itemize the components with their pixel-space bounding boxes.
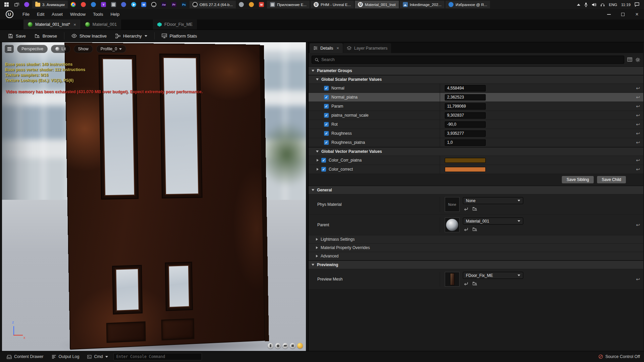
category-material-property-overrides[interactable]: Material Property Overrides xyxy=(309,244,643,252)
lit-mode-button[interactable]: Lit xyxy=(51,45,70,53)
microphone-icon[interactable] xyxy=(584,2,588,7)
param-checkbox[interactable] xyxy=(324,140,329,145)
minimize-button[interactable] xyxy=(602,9,616,19)
browse-to-asset-icon[interactable] xyxy=(472,206,478,212)
param-value-input[interactable] xyxy=(445,121,486,128)
param-checkbox[interactable] xyxy=(324,95,329,100)
headphones-icon[interactable] xyxy=(600,3,605,7)
category-previewing[interactable]: Previewing xyxy=(309,260,643,269)
hierarchy-button[interactable]: Hierarchy xyxy=(111,31,151,41)
category-global-vector[interactable]: Global Vector Parameter Values xyxy=(309,147,643,156)
taskbar-window-phm-unreal[interactable]: PHM - Unreal E... xyxy=(311,1,354,8)
pinned-app-y[interactable]: Y xyxy=(99,1,108,8)
menu-asset[interactable]: Asset xyxy=(48,9,66,19)
tab-details[interactable]: Details × xyxy=(310,43,343,53)
param-checkbox[interactable] xyxy=(324,104,329,109)
cmd-dropdown[interactable]: Cmd xyxy=(85,352,110,361)
pinned-app-telegram[interactable] xyxy=(129,1,138,8)
pinned-app-purple[interactable] xyxy=(22,1,31,8)
perspective-button[interactable]: Perspective xyxy=(17,45,48,53)
reset-to-default-icon[interactable]: ↩ xyxy=(636,223,640,227)
taskbar-window-izbrannoe[interactable]: Избранное @ R... xyxy=(445,1,490,8)
param-value-input[interactable] xyxy=(445,130,486,137)
param-value-input[interactable] xyxy=(445,85,486,92)
pinned-app-obs[interactable] xyxy=(149,1,158,8)
pinned-app-blue[interactable] xyxy=(89,1,98,8)
start-button[interactable] xyxy=(2,1,11,8)
expander-icon[interactable] xyxy=(317,159,319,162)
use-selected-asset-icon[interactable] xyxy=(463,281,469,286)
pinned-app-navy[interactable] xyxy=(119,1,128,8)
reset-to-default-icon[interactable]: ↩ xyxy=(636,95,640,100)
menu-edit[interactable]: Edit xyxy=(33,9,48,19)
maximize-button[interactable] xyxy=(616,9,630,19)
reset-to-default-icon[interactable]: ↩ xyxy=(636,113,640,118)
preview-cylinder-button[interactable] xyxy=(268,343,273,349)
color-swatch[interactable] xyxy=(445,158,486,163)
category-general[interactable]: General xyxy=(309,186,643,194)
param-checkbox[interactable] xyxy=(321,158,326,163)
param-value-input[interactable] xyxy=(445,139,486,146)
taskbar-window-material-inst[interactable]: Material_001_Inst xyxy=(355,1,398,8)
pinned-app-m[interactable]: M xyxy=(139,1,148,8)
menu-help[interactable]: Help xyxy=(107,9,123,19)
browse-button[interactable]: Browse xyxy=(31,31,61,41)
param-checkbox[interactable] xyxy=(321,167,326,172)
pinned-app-grey[interactable] xyxy=(237,1,246,8)
param-checkbox[interactable] xyxy=(324,86,329,90)
source-control-status[interactable]: Source Control Off xyxy=(598,354,640,359)
parent-thumbnail[interactable] xyxy=(445,218,460,232)
reset-to-default-icon[interactable]: ↩ xyxy=(636,122,640,127)
taskbar-window-obs[interactable]: OBS 27.2.4 (64-b... xyxy=(190,1,236,8)
menu-window[interactable]: Window xyxy=(66,9,89,19)
preview-cube-button[interactable] xyxy=(290,343,296,349)
save-button[interactable]: Save xyxy=(4,31,30,41)
close-icon[interactable]: × xyxy=(336,46,339,51)
preview-selected-mesh-button[interactable] xyxy=(297,343,303,349)
preview-plane-button[interactable] xyxy=(282,343,288,349)
reset-to-default-icon[interactable]: ↩ xyxy=(636,158,640,163)
param-value-input[interactable] xyxy=(445,103,486,110)
show-hidden-icons-chevron[interactable] xyxy=(577,4,580,6)
tab-layer-parameters[interactable]: Layer Parameters xyxy=(343,43,391,53)
menu-file[interactable]: File xyxy=(19,9,33,19)
pinned-app-photoshop[interactable]: Ps xyxy=(179,1,189,8)
param-value-input[interactable] xyxy=(445,94,486,101)
output-log-button[interactable]: Output Log xyxy=(49,352,82,361)
color-swatch[interactable] xyxy=(445,167,486,172)
tab-fdoor-fix-me[interactable]: FDoor_Fix_ME xyxy=(153,19,197,29)
save-sibling-button[interactable]: Save Sibling xyxy=(562,176,594,183)
search-input[interactable] xyxy=(321,57,621,62)
platform-stats-button[interactable]: Platform Stats xyxy=(158,31,201,41)
phys-material-thumbnail[interactable]: None xyxy=(445,197,460,212)
browse-to-asset-icon[interactable] xyxy=(472,226,478,232)
pinned-app-mred[interactable]: M xyxy=(257,1,266,8)
content-drawer-button[interactable]: Content Drawer xyxy=(4,352,46,361)
taskbar-folder-button[interactable]: 3. Анимации xyxy=(32,1,68,8)
display-filter-icon[interactable] xyxy=(627,57,632,62)
expander-icon[interactable] xyxy=(317,168,319,171)
category-lightmass-settings[interactable]: Lightmass Settings xyxy=(309,235,643,244)
use-selected-asset-icon[interactable] xyxy=(463,206,469,212)
reset-to-default-icon[interactable]: ↩ xyxy=(636,131,640,136)
console-command-input[interactable] xyxy=(113,353,202,360)
settings-gear-icon[interactable] xyxy=(635,57,640,62)
category-global-scalar[interactable]: Global Scalar Parameter Values xyxy=(309,75,643,84)
close-icon[interactable]: × xyxy=(73,22,76,27)
task-view-button[interactable] xyxy=(12,1,21,8)
save-child-button[interactable]: Save Child xyxy=(597,176,626,183)
browse-to-asset-icon[interactable] xyxy=(472,281,478,286)
viewport-menu-button[interactable] xyxy=(5,45,14,53)
param-checkbox[interactable] xyxy=(324,131,329,136)
pinned-app-docs[interactable] xyxy=(109,1,118,8)
reset-to-default-icon[interactable]: ↩ xyxy=(636,277,640,282)
taskbar-window-app-e[interactable]: Приложение E... xyxy=(267,1,310,8)
close-button[interactable]: × xyxy=(630,9,644,19)
preview-mesh-dropdown[interactable]: FDoor_Fix_ME xyxy=(463,272,523,279)
volume-icon[interactable] xyxy=(592,3,596,7)
material-preview-viewport[interactable]: Perspective Lit Show Profile_0 Base pass… xyxy=(2,42,306,351)
pinned-app-after-effects[interactable]: Ae xyxy=(159,1,168,8)
clock[interactable]: 11:19 xyxy=(621,3,631,7)
tab-material-001[interactable]: Material_001 xyxy=(81,19,121,29)
reset-to-default-icon[interactable]: ↩ xyxy=(636,140,640,145)
